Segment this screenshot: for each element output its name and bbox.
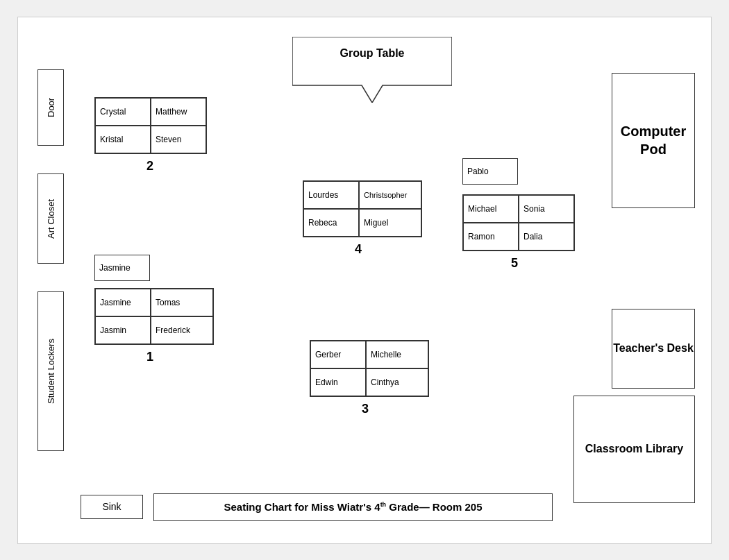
group-4: Lourdes Christsopher Rebeca Miguel 4	[303, 180, 422, 237]
group-3: Gerber Michelle Edwin Cinthya 3	[310, 340, 429, 397]
desk-cinthya: Cinthya	[366, 368, 428, 396]
desk-michael: Michael	[463, 195, 519, 223]
desk-miguel: Miguel	[359, 209, 421, 237]
desk-tomas: Tomas	[151, 289, 213, 316]
student-lockers: Student Lockers	[37, 291, 64, 451]
desk-crystal: Crystal	[95, 98, 151, 126]
group-4-label: 4	[355, 242, 362, 257]
seating-chart-title: Seating Chart for Miss Wiatr's 4th Grade…	[153, 493, 553, 521]
desk-sonia: Sonia	[519, 195, 574, 223]
group-1-label: 1	[146, 350, 153, 364]
desk-ramon: Ramon	[463, 223, 519, 251]
group-2: Crystal Matthew Kristal Steven 2	[94, 97, 207, 154]
desk-lourdes: Lourdes	[303, 181, 359, 209]
desk-michelle: Michelle	[366, 341, 428, 368]
desk-dalia: Dalia	[519, 223, 574, 251]
classroom-map: Group Table Door Art Closet Student Lock…	[17, 17, 712, 544]
desk-pablo: Pablo	[462, 158, 518, 185]
desk-jasmine-solo: Jasmine	[94, 255, 150, 281]
door: Door	[37, 69, 64, 146]
sink: Sink	[81, 495, 143, 519]
desk-kristal: Kristal	[95, 126, 151, 153]
group-5-label: 5	[511, 256, 518, 271]
classroom-library: Classroom Library	[573, 396, 695, 503]
group-1: Jasmine Jasmine Tomas Jasmin Frederick 1	[94, 288, 214, 345]
desk-rebeca: Rebeca	[303, 209, 359, 237]
group-3-label: 3	[362, 402, 369, 416]
group-2-label: 2	[146, 159, 153, 173]
computer-pod: Computer Pod	[612, 73, 695, 208]
group-table: Group Table	[292, 37, 452, 103]
desk-edwin: Edwin	[310, 368, 366, 396]
group-table-label: Group Table	[292, 47, 452, 60]
desk-jasmin: Jasmin	[95, 316, 151, 344]
desk-gerber: Gerber	[310, 341, 366, 368]
art-closet: Art Closet	[37, 173, 64, 264]
desk-steven: Steven	[151, 126, 206, 153]
desk-matthew: Matthew	[151, 98, 206, 126]
teachers-desk: Teacher's Desk	[612, 309, 695, 389]
desk-jasmine: Jasmine	[95, 289, 151, 316]
desk-frederick: Frederick	[151, 316, 213, 344]
desk-christopher: Christsopher	[359, 181, 421, 209]
group-5: Pablo Michael Sonia Ramon Dalia 5	[462, 194, 575, 251]
